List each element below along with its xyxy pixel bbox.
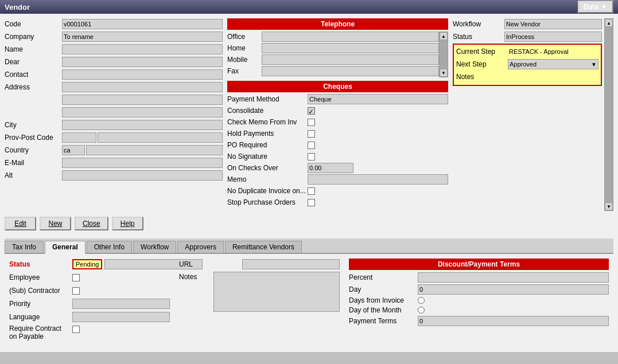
- data-dropdown-button[interactable]: Data ▼: [578, 1, 613, 13]
- next-step-dropdown-icon: ▼: [591, 61, 597, 68]
- right-scroll-down[interactable]: ▼: [605, 202, 613, 210]
- days-from-invoice-radio[interactable]: [418, 297, 425, 304]
- telephone-section: Telephone Office Home Mobile: [227, 18, 448, 77]
- payment-terms-input[interactable]: [418, 316, 609, 326]
- notes-textarea[interactable]: [213, 272, 340, 312]
- notes-area-label: Notes: [179, 272, 213, 281]
- country-label: Country: [5, 146, 62, 154]
- address2-input[interactable]: [62, 95, 223, 105]
- url-input[interactable]: [242, 259, 340, 269]
- button-row: Edit New Close Help: [5, 213, 613, 234]
- country-input[interactable]: [62, 145, 85, 155]
- current-step-value: RESTACK - Approval: [508, 46, 598, 57]
- close-button[interactable]: Close: [75, 217, 108, 230]
- payment-method-label: Payment Method: [227, 95, 308, 103]
- employee-label: Employee: [9, 273, 72, 281]
- code-label: Code: [5, 20, 62, 28]
- country-name-input[interactable]: [86, 145, 223, 155]
- po-required-checkbox[interactable]: [308, 142, 315, 149]
- name-input[interactable]: [62, 44, 223, 54]
- hold-payments-label: Hold Payments: [227, 130, 308, 138]
- tab-general[interactable]: General: [45, 241, 85, 254]
- tel-scroll-up[interactable]: ▲: [440, 32, 448, 40]
- city-input[interactable]: [62, 120, 223, 130]
- bottom-section: Status Pending Employee (Sub) Contractor…: [5, 254, 613, 347]
- bottom-status-label: Status: [9, 260, 72, 268]
- mobile-label: Mobile: [227, 56, 262, 64]
- percent-label: Percent: [349, 273, 418, 281]
- stop-purchase-label: Stop Purchase Orders: [227, 198, 308, 206]
- tab-approvers[interactable]: Approvers: [177, 241, 224, 253]
- workflow-label: Workflow: [453, 20, 504, 28]
- no-signature-checkbox[interactable]: [308, 153, 315, 161]
- code-input[interactable]: [62, 19, 223, 29]
- mobile-input[interactable]: [262, 54, 439, 65]
- employee-checkbox[interactable]: [72, 274, 80, 281]
- check-memo-label: Check Memo From Inv: [227, 118, 308, 126]
- require-contract-checkbox[interactable]: [72, 326, 80, 333]
- notes-value: [508, 72, 598, 82]
- bottom-right-panel: Discount/Payment Terms Percent Day Days …: [349, 259, 609, 343]
- priority-input[interactable]: [72, 299, 170, 309]
- current-step-label: Current Step: [456, 48, 508, 56]
- status-value: InProcess: [504, 32, 602, 42]
- prov-post-input[interactable]: [62, 132, 96, 143]
- new-button[interactable]: New: [40, 217, 71, 230]
- next-step-input[interactable]: Approved ▼: [508, 59, 598, 69]
- right-scroll-up[interactable]: ▲: [605, 19, 613, 27]
- consolidate-checkbox[interactable]: ✓: [308, 107, 315, 115]
- day-of-month-radio[interactable]: [418, 307, 425, 314]
- tab-bar: Tax Info General Other Info Workflow App…: [5, 238, 613, 254]
- email-label: E-Mail: [5, 159, 62, 167]
- company-input[interactable]: [62, 32, 223, 42]
- day-input[interactable]: [418, 284, 609, 295]
- language-input[interactable]: [72, 312, 170, 322]
- office-input[interactable]: [262, 32, 439, 42]
- fax-input[interactable]: [262, 66, 439, 76]
- dear-input[interactable]: [62, 57, 223, 67]
- address3-input[interactable]: [62, 107, 223, 118]
- tel-scroll-down[interactable]: ▼: [440, 69, 448, 77]
- payment-method-input[interactable]: [308, 94, 448, 104]
- percent-input[interactable]: [418, 272, 609, 283]
- address-label: Address: [5, 83, 62, 91]
- tab-workflow[interactable]: Workflow: [133, 241, 176, 253]
- no-duplicate-checkbox[interactable]: [308, 187, 315, 195]
- home-input[interactable]: [262, 43, 439, 53]
- on-checks-over-input[interactable]: [308, 163, 353, 173]
- office-label: Office: [227, 33, 262, 41]
- tab-remittance-vendors[interactable]: Remittance Vendors: [225, 241, 302, 253]
- help-button[interactable]: Help: [112, 217, 143, 230]
- priority-label: Priority: [9, 300, 72, 308]
- consolidate-label: Consolidate: [227, 107, 308, 115]
- alt-input[interactable]: [62, 170, 223, 181]
- notes-label: Notes: [456, 73, 508, 81]
- contact-label: Contact: [5, 71, 62, 79]
- fax-label: Fax: [227, 67, 262, 75]
- require-contract-label: Require Contracton Payable: [9, 324, 72, 341]
- no-duplicate-label: No Duplicate Invoice on...: [227, 187, 308, 195]
- address-input[interactable]: [62, 82, 223, 92]
- bottom-status-value: Pending: [72, 259, 102, 269]
- cheques-header: Cheques: [227, 81, 448, 92]
- check-memo-checkbox[interactable]: [308, 119, 315, 126]
- memo-input[interactable]: [308, 174, 448, 185]
- stop-purchase-checkbox[interactable]: [308, 199, 315, 206]
- contact-input[interactable]: [62, 69, 223, 80]
- telephone-header: Telephone: [227, 18, 448, 30]
- email-input[interactable]: [62, 158, 223, 168]
- tab-tax-info[interactable]: Tax Info: [5, 241, 44, 253]
- po-required-label: PO Required: [227, 141, 308, 149]
- sub-contractor-checkbox[interactable]: [72, 287, 80, 295]
- tab-other-info[interactable]: Other Info: [87, 241, 132, 253]
- prov-post-label: Prov-Post Code: [5, 134, 62, 142]
- day-label: Day: [349, 285, 418, 293]
- highlighted-section: Current Step RESTACK - Approval Next Ste…: [453, 44, 602, 86]
- right-panel: Workflow New Vendor Status InProcess: [453, 18, 613, 211]
- city-label: City: [5, 121, 62, 129]
- edit-button[interactable]: Edit: [5, 217, 36, 230]
- hold-payments-checkbox[interactable]: [308, 130, 315, 138]
- post-code-input[interactable]: [98, 132, 223, 143]
- dropdown-arrow-icon: ▼: [601, 3, 608, 11]
- language-label: Language: [9, 313, 72, 321]
